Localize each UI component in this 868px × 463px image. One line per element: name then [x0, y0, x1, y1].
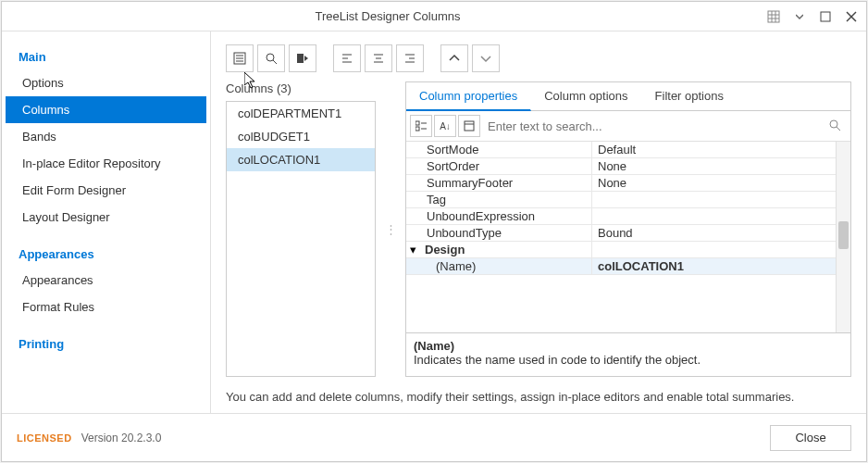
property-search: [482, 119, 847, 134]
toolbar-search-icon[interactable]: [257, 44, 285, 72]
svg-point-12: [267, 54, 274, 61]
grid-options-icon[interactable]: [766, 9, 781, 24]
nav-item-columns[interactable]: Columns: [6, 96, 206, 123]
svg-rect-8: [234, 53, 245, 64]
scroll-thumb[interactable]: [838, 221, 849, 249]
property-grid-wrap: SortModeDefault SortOrderNone SummaryFoo…: [406, 142, 850, 332]
columns-count-label: Columns (3): [226, 81, 376, 95]
window-title: TreeList Designer Columns: [9, 9, 766, 23]
property-row[interactable]: Tag: [406, 192, 836, 208]
column-list-panel: Columns (3) colDEPARTMENT1 colBUDGET1 co…: [226, 81, 376, 377]
svg-rect-24: [415, 121, 419, 125]
dropdown-icon[interactable]: [792, 9, 807, 24]
svg-rect-0: [768, 11, 779, 22]
designer-window: TreeList Designer Columns Main Options C…: [1, 1, 867, 462]
property-pages-icon[interactable]: [458, 115, 480, 137]
search-icon[interactable]: [828, 119, 841, 134]
property-category[interactable]: ▾Design: [406, 242, 836, 258]
nav-header-main: Main: [6, 43, 206, 69]
scrollbar[interactable]: [836, 142, 850, 332]
property-toolbar: A↓: [406, 111, 850, 142]
toolbar-indent-right-icon[interactable]: [396, 44, 424, 72]
toolbar-indent-left-icon[interactable]: [333, 44, 361, 72]
toolbar-export-icon[interactable]: [289, 44, 316, 72]
titlebar-controls: [766, 9, 859, 24]
column-item[interactable]: colBUDGET1: [227, 125, 375, 148]
svg-point-30: [830, 120, 837, 128]
categorized-icon[interactable]: [410, 115, 432, 137]
column-list: colDEPARTMENT1 colBUDGET1 colLOCATION1: [226, 101, 376, 377]
toolbar-list-icon[interactable]: [226, 44, 254, 72]
footer: LICENSED Version 20.2.3.0 Close: [2, 413, 866, 461]
nav-header-printing: Printing: [6, 330, 206, 357]
property-row[interactable]: SortModeDefault: [406, 142, 836, 158]
sidebar: Main Options Columns Bands In-place Edit…: [2, 31, 211, 413]
tab-filter-options[interactable]: Filter options: [642, 82, 738, 110]
svg-line-31: [837, 127, 840, 131]
main-panel: Columns (3) colDEPARTMENT1 colBUDGET1 co…: [211, 31, 866, 413]
property-grid: SortModeDefault SortOrderNone SummaryFoo…: [406, 142, 836, 332]
toolbar: [226, 44, 851, 72]
nav-header-appearances: Appearances: [6, 240, 206, 267]
svg-rect-28: [465, 121, 474, 131]
nav-item-bands[interactable]: Bands: [6, 123, 206, 150]
description-text: Indicates the name used in code to ident…: [414, 353, 843, 367]
property-row-selected[interactable]: (Name)colLOCATION1: [406, 258, 836, 275]
tab-column-properties[interactable]: Column properties: [406, 82, 531, 111]
property-row[interactable]: UnboundTypeBound: [406, 225, 836, 242]
tabs: Column properties Column options Filter …: [406, 82, 850, 111]
property-panel: Column properties Column options Filter …: [405, 81, 851, 377]
licensed-badge: LICENSED: [17, 432, 72, 444]
search-input[interactable]: [488, 119, 828, 133]
close-icon[interactable]: [844, 9, 859, 24]
column-item[interactable]: colLOCATION1: [227, 148, 375, 171]
property-row[interactable]: SummaryFooterNone: [406, 175, 836, 192]
property-row[interactable]: SortOrderNone: [406, 158, 836, 175]
svg-line-13: [273, 60, 277, 64]
body: Main Options Columns Bands In-place Edit…: [2, 31, 866, 413]
tab-column-options[interactable]: Column options: [531, 82, 641, 110]
column-item[interactable]: colDEPARTMENT1: [227, 102, 375, 125]
nav-item-edit-form[interactable]: Edit Form Designer: [6, 177, 206, 204]
chevron-down-icon[interactable]: ▾: [410, 243, 416, 257]
nav-item-inplace-editor[interactable]: In-place Editor Repository: [6, 150, 206, 177]
titlebar: TreeList Designer Columns: [2, 2, 866, 31]
hint-text: You can add and delete columns, modify t…: [226, 377, 851, 413]
description-panel: (Name) Indicates the name used in code t…: [406, 332, 850, 376]
nav-item-layout[interactable]: Layout Designer: [6, 204, 206, 231]
nav-item-format-rules[interactable]: Format Rules: [6, 294, 206, 320]
columns-area: Columns (3) colDEPARTMENT1 colBUDGET1 co…: [226, 81, 851, 377]
close-button[interactable]: Close: [770, 425, 851, 451]
description-title: (Name): [414, 339, 843, 353]
version-label: Version 20.2.3.0: [81, 432, 162, 444]
maximize-icon[interactable]: [818, 9, 833, 24]
toolbar-collapse-icon[interactable]: [440, 44, 468, 72]
svg-rect-5: [821, 12, 830, 21]
toolbar-expand-icon[interactable]: [472, 44, 500, 72]
property-row[interactable]: UnboundExpression: [406, 208, 836, 225]
svg-rect-14: [297, 54, 304, 63]
nav-item-appearances[interactable]: Appearances: [6, 267, 206, 294]
svg-rect-26: [415, 127, 419, 131]
toolbar-indent-center-icon[interactable]: [365, 44, 392, 72]
splitter[interactable]: ⋮: [387, 81, 394, 377]
alphabetical-icon[interactable]: A↓: [434, 115, 456, 137]
nav-item-options[interactable]: Options: [6, 69, 206, 96]
